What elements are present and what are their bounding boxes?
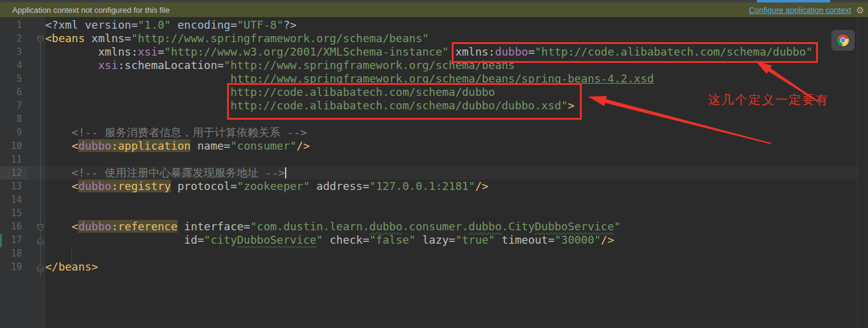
banner-message: Application context not configured for t…: [12, 5, 170, 15]
code-line[interactable]: <!-- 使用注册中心暴露发现服务地址 -->: [0, 166, 868, 180]
context-warning-banner: Application context not configured for t…: [0, 2, 868, 17]
code-line[interactable]: <dubbo:application name="consumer"/>: [0, 139, 868, 153]
configure-context-link[interactable]: Configure application context: [749, 5, 852, 15]
code-line[interactable]: <dubbo:reference interface="com.dustin.l…: [0, 220, 868, 233]
code-line[interactable]: http://code.alibabatech.com/schema/dubbo: [0, 86, 868, 99]
xml-editor[interactable]: 12345678910111213141516171819 <?xml vers…: [0, 17, 868, 328]
gear-icon[interactable]: ⚙: [856, 5, 864, 15]
code-line[interactable]: xsi:schemaLocation="http://www.springfra…: [0, 59, 868, 72]
code-line[interactable]: </beans>: [0, 260, 868, 274]
chrome-icon: [836, 34, 850, 47]
code-line[interactable]: <dubbo:registry protocol="zookeeper" add…: [0, 180, 868, 193]
open-in-chrome-button[interactable]: [831, 30, 855, 51]
indent-guide: [71, 246, 72, 271]
code-line[interactable]: [0, 206, 868, 220]
code-line[interactable]: <?xml version="1.0" encoding="UTF-8"?>: [0, 18, 868, 32]
code-line[interactable]: http://www.springframework.org/schema/be…: [0, 72, 868, 86]
code-line[interactable]: xmlns:xsi="http://www.w3.org/2001/XMLSch…: [0, 45, 868, 59]
code-line[interactable]: <!-- 服务消费者信息，用于计算依赖关系 -->: [0, 126, 868, 139]
code-line[interactable]: [0, 193, 868, 206]
vertical-scrollbar[interactable]: [857, 17, 868, 328]
code-line[interactable]: [0, 247, 868, 260]
code-line[interactable]: [0, 112, 868, 126]
code-line[interactable]: http://code.alibabatech.com/schema/dubbo…: [0, 99, 868, 112]
code-line[interactable]: [0, 153, 868, 166]
code-lines[interactable]: <?xml version="1.0" encoding="UTF-8"?><b…: [0, 18, 868, 274]
text-caret: [285, 167, 286, 178]
code-line[interactable]: <beans xmlns="http://www.springframework…: [0, 32, 868, 45]
code-line[interactable]: id="cityDubboService" check="false" lazy…: [0, 233, 868, 247]
